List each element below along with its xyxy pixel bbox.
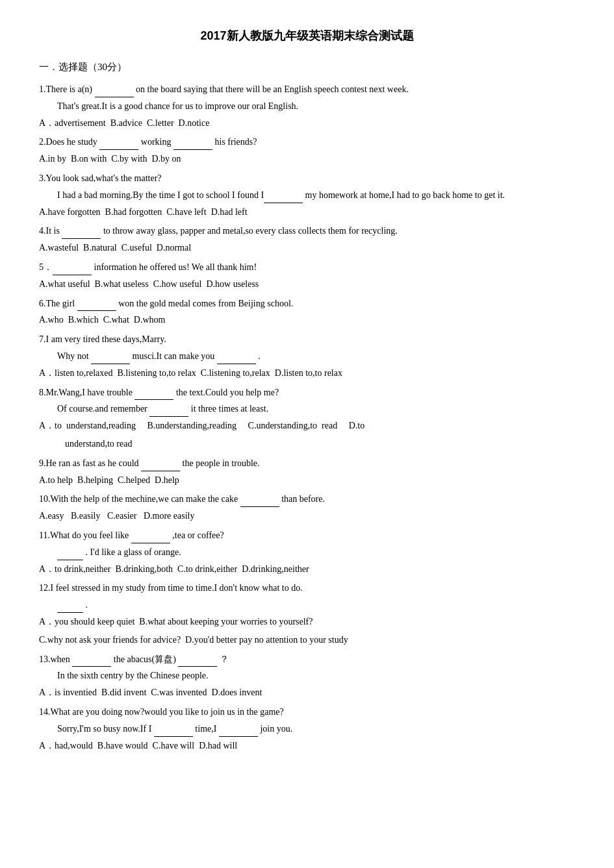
q1-blank1	[95, 88, 134, 97]
q3-text: 3.You look sad,what's the matter?	[39, 171, 575, 186]
q5-options: A.what useful B.what useless C.how usefu…	[39, 277, 575, 292]
q5-blank1	[53, 266, 92, 275]
q12-text: 12.I feel stressed in my study from time…	[39, 580, 575, 596]
q9-options: A.to help B.helping C.helped D.help	[39, 473, 575, 488]
q2-blank2	[173, 141, 212, 150]
q10-options: A.easy B.easily C.easier D.more easily	[39, 508, 575, 524]
q7-options: A．listen to,relaxed B.listening to,to re…	[39, 366, 575, 381]
question-10: 10.With the help of the mechine,we can m…	[39, 491, 575, 524]
q8-cont: Of course.and remember it three times at…	[39, 401, 575, 417]
q10-blank1	[240, 498, 279, 507]
question-12: 12.I feel stressed in my study from time…	[39, 580, 575, 647]
q14-text: 14.What are you doing now?would you like…	[39, 704, 575, 720]
question-13: 13.when the abacus(算盘) ？ In the sixth ce…	[39, 652, 575, 701]
q4-blank1	[62, 230, 101, 239]
q2-options: A.in by B.on with C.by with D.by on	[39, 151, 575, 167]
q6-blank1	[77, 302, 116, 311]
q14-blank2	[219, 728, 258, 737]
question-1: 1.There is a(n) on the board saying that…	[39, 82, 575, 130]
question-5: 5． information he offered us! We all tha…	[39, 260, 575, 292]
question-11: 11.What do you feel like ,tea or coffee?…	[39, 528, 575, 577]
q11-cont: . I'd like a glass of orange.	[39, 545, 575, 560]
q12-cont: .	[39, 597, 575, 613]
q9-blank1	[141, 462, 180, 471]
q8-options-b: understand,to read	[39, 436, 575, 452]
question-8: 8.Mr.Wang,I have trouble the text.Could …	[39, 385, 575, 452]
q1-options: A．advertisement B.advice C.letter D.noti…	[39, 116, 575, 131]
q3-cont1: I had a bad morning.By the time I got to…	[39, 188, 575, 203]
question-3: 3.You look sad,what's the matter? I had …	[39, 171, 575, 219]
q13-blank1	[72, 658, 111, 667]
q14-cont: Sorry,I'm so busy now.If I time,I join y…	[39, 721, 575, 737]
question-2: 2.Does he study working his friends? A.i…	[39, 134, 575, 167]
q8-options-a: A．to understand,reading B.understanding,…	[39, 418, 575, 434]
q13-text: 13.when the abacus(算盘) ？	[39, 652, 575, 667]
q7-cont: Why not musci.It can make you .	[39, 349, 575, 364]
q13-cont: In the sixth centry by the Chinese peopl…	[39, 668, 575, 684]
q6-options: A.who B.which C.what D.whom	[39, 312, 575, 328]
question-6: 6.The girl won the gold medal comes from…	[39, 296, 575, 329]
q9-text: 9.He ran as fast as he could the people …	[39, 456, 575, 471]
q11-blank1	[131, 534, 170, 543]
question-9: 9.He ran as fast as he could the people …	[39, 456, 575, 488]
q11-text: 11.What do you feel like ,tea or coffee?	[39, 528, 575, 543]
q3-blank1	[264, 194, 303, 203]
q7-blank1	[91, 355, 130, 364]
q3-options: A.have forgotten B.had forgotten C.have …	[39, 205, 575, 220]
q14-blank1	[154, 728, 193, 737]
q5-text: 5． information he offered us! We all tha…	[39, 260, 575, 275]
q8-text: 8.Mr.Wang,I have trouble the text.Could …	[39, 385, 575, 401]
question-4: 4.It is to throw away glass, papper and …	[39, 223, 575, 256]
q8-blank1	[134, 391, 173, 400]
question-14: 14.What are you doing now?would you like…	[39, 704, 575, 753]
q12-options-b: C.why not ask your friends for advice? D…	[39, 632, 575, 648]
q11-options: A．to drink,neither B.drinking,both C.to …	[39, 562, 575, 577]
q8-blank2	[149, 408, 188, 417]
q12-blank1	[57, 604, 83, 613]
q12-options-a: A．you should keep quiet B.what about kee…	[39, 614, 575, 630]
q1-text: 1.There is a(n) on the board saying that…	[39, 82, 575, 97]
q6-text: 6.The girl won the gold medal comes from…	[39, 296, 575, 312]
q2-text: 2.Does he study working his friends?	[39, 134, 575, 150]
q2-blank1	[99, 141, 138, 150]
q14-options: A．had,would B.have would C.have will D.h…	[39, 738, 575, 754]
page-title: 2017新人教版九年级英语期末综合测试题	[39, 26, 575, 46]
q1-cont: That's great.It is a good chance for us …	[39, 99, 575, 114]
q11-blank2	[57, 551, 83, 560]
q13-options: A．is inventied B.did invent C.was invent…	[39, 685, 575, 701]
section1-heading: 一．选择题（30分）	[39, 59, 575, 76]
q7-text: 7.I am very tired these days,Marry.	[39, 332, 575, 347]
q4-options: A.wasteful B.natural C.useful D.normal	[39, 240, 575, 256]
q7-blank2	[217, 355, 256, 364]
question-7: 7.I am very tired these days,Marry. Why …	[39, 332, 575, 380]
q4-text: 4.It is to throw away glass, papper and …	[39, 223, 575, 239]
q10-text: 10.With the help of the mechine,we can m…	[39, 491, 575, 507]
q13-blank2	[178, 658, 217, 667]
